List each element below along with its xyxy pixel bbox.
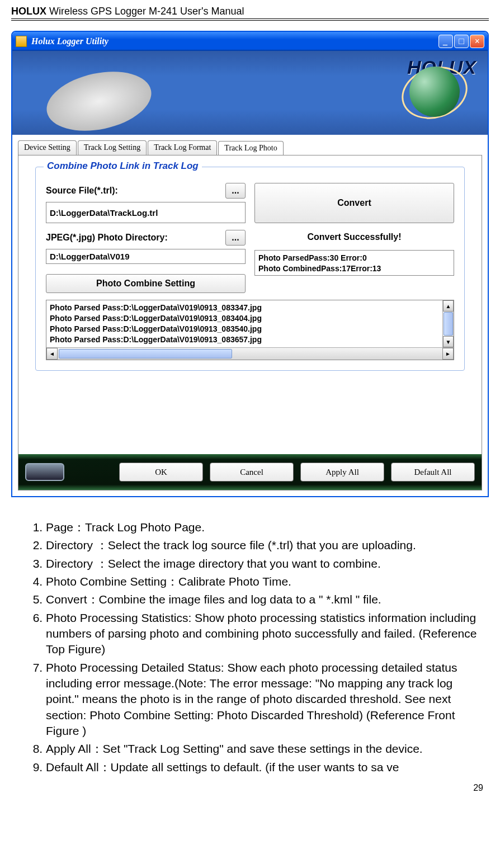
group-title: Combine Photo Link in Track Log xyxy=(44,161,202,172)
app-window: Holux Logger Utility _ □ × HOLUX Device … xyxy=(11,31,489,497)
close-button[interactable]: × xyxy=(470,35,484,48)
instruction-list: Page：Track Log Photo Page. Directory ：Se… xyxy=(11,520,489,775)
list-item: Default All：Update all settings to defau… xyxy=(46,760,483,775)
list-item: Directory ：Select the track log source f… xyxy=(46,537,483,553)
tabs: Device Setting Track Log Setting Track L… xyxy=(12,135,488,155)
apply-all-button[interactable]: Apply All xyxy=(300,463,384,482)
list-item: Convert：Combine the image files and log … xyxy=(46,592,483,607)
footer-bar: OK Cancel Apply All Default All xyxy=(18,454,482,490)
photo-combine-setting-button[interactable]: Photo Combine Setting xyxy=(46,274,246,293)
ok-button[interactable]: OK xyxy=(119,463,203,482)
doc-header-bold: HOLUX xyxy=(11,6,46,17)
log-horizontal-scrollbar[interactable]: ◄ ► xyxy=(46,347,454,360)
jpeg-dir-label: JPEG(*.jpg) Photo Directory: xyxy=(46,233,222,243)
doc-header-rest: Wireless GPS Logger M-241 User's Manual xyxy=(46,6,244,17)
scroll-left-icon[interactable]: ◄ xyxy=(46,348,58,360)
log-vertical-scrollbar[interactable]: ▲ ▼ xyxy=(442,300,454,347)
source-browse-button[interactable]: ... xyxy=(225,183,246,199)
tab-track-log-photo[interactable]: Track Log Photo xyxy=(218,141,283,155)
list-item: Apply All：Set "Track Log Setting" and sa… xyxy=(46,741,483,757)
minimize-button[interactable]: _ xyxy=(438,35,453,48)
source-file-label: Source File(*.trl): xyxy=(46,186,222,196)
vscroll-thumb[interactable] xyxy=(444,312,453,336)
dish-illustration xyxy=(41,63,157,139)
convert-status-label: Convert Successfully! xyxy=(254,230,454,244)
app-icon xyxy=(16,36,27,47)
jpeg-browse-button[interactable]: ... xyxy=(225,230,246,246)
tab-device-setting[interactable]: Device Setting xyxy=(18,140,77,155)
tab-track-log-setting[interactable]: Track Log Setting xyxy=(78,140,147,155)
window-title: Holux Logger Utility xyxy=(31,36,109,46)
source-file-input[interactable] xyxy=(46,202,246,223)
combine-group: Combine Photo Link in Track Log Source F… xyxy=(35,167,465,371)
maximize-button[interactable]: □ xyxy=(454,35,469,48)
default-all-button[interactable]: Default All xyxy=(391,463,475,482)
jpeg-dir-input[interactable] xyxy=(46,249,246,264)
cancel-button[interactable]: Cancel xyxy=(210,463,294,482)
header-banner: HOLUX xyxy=(12,51,488,135)
scroll-down-icon[interactable]: ▼ xyxy=(443,336,454,347)
convert-button[interactable]: Convert xyxy=(254,183,454,223)
footer-ornament xyxy=(25,463,64,481)
scroll-right-icon[interactable]: ► xyxy=(442,348,454,360)
list-item: Photo Processing Detailed Status: Show e… xyxy=(46,660,483,739)
log-area: Photo Parsed Pass:D:\LoggerData\V019\091… xyxy=(46,300,454,360)
tab-panel: Combine Photo Link in Track Log Source F… xyxy=(18,155,482,490)
list-item: Photo Processing Statistics: Show photo … xyxy=(46,610,483,658)
tab-track-log-format[interactable]: Track Log Format xyxy=(148,140,217,155)
earth-illustration xyxy=(409,67,460,117)
log-content: Photo Parsed Pass:D:\LoggerData\V019\091… xyxy=(46,300,454,347)
list-item: Photo Combine Setting：Calibrate Photo Ti… xyxy=(46,574,483,589)
scroll-up-icon[interactable]: ▲ xyxy=(443,300,454,312)
stats-box: Photo ParsedPass:30 Error:0 Photo Combin… xyxy=(254,250,454,276)
titlebar: Holux Logger Utility _ □ × xyxy=(12,32,488,51)
list-item: Directory ：Select the image directory th… xyxy=(46,556,483,572)
list-item: Page：Track Log Photo Page. xyxy=(46,520,483,535)
page-number: 29 xyxy=(11,777,489,793)
hscroll-thumb[interactable] xyxy=(59,349,232,358)
doc-header: HOLUX Wireless GPS Logger M-241 User's M… xyxy=(11,6,489,21)
